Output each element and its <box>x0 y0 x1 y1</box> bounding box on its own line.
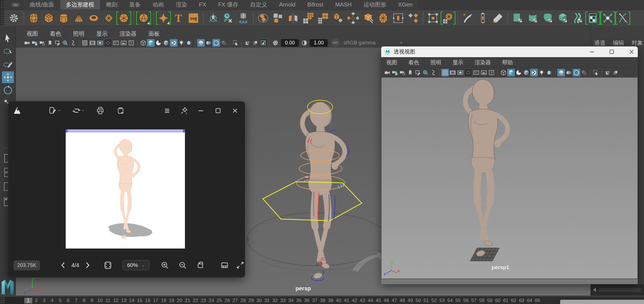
next-image-button[interactable] <box>83 260 92 270</box>
viewport-menu-视图[interactable]: 视图 <box>27 30 38 38</box>
viewer-titlebar[interactable]: ⌄ ⌄ x <box>8 101 245 120</box>
timeline-frame[interactable]: 16 <box>144 298 152 303</box>
maximize-button[interactable] <box>213 106 223 115</box>
timeline-frame[interactable]: 28 <box>239 298 247 303</box>
float-window-titlebar[interactable]: 透视视图 <box>381 46 638 57</box>
fw-light-icon[interactable] <box>538 69 545 76</box>
fw-texcube-icon[interactable] <box>523 69 530 76</box>
shelf-grid2-icon[interactable] <box>317 12 330 25</box>
shelf-cone-icon[interactable] <box>72 12 85 25</box>
shelf-sphere-icon[interactable] <box>27 12 40 25</box>
viewport-menu-照明[interactable]: 照明 <box>73 30 84 38</box>
menu-tab-fx-缓存[interactable]: FX 缓存 <box>212 0 244 10</box>
timeline-frame[interactable]: 9 <box>88 298 96 303</box>
vp-shadow-icon[interactable] <box>185 39 193 47</box>
fw-zoomreg-icon[interactable] <box>422 69 429 76</box>
timeline-frame[interactable]: 6 <box>64 298 72 303</box>
timeline-frame[interactable]: 60 <box>494 298 502 303</box>
move-tool-button[interactable] <box>2 71 14 83</box>
timeline-frame[interactable]: 2 <box>32 298 40 303</box>
fit-to-window-button[interactable] <box>103 260 113 270</box>
shelf-lattice-icon[interactable] <box>427 12 440 25</box>
timeline-frame[interactable]: 55 <box>454 298 462 303</box>
vp-hook-icon[interactable] <box>69 39 77 47</box>
timeline-frame[interactable]: 5 <box>56 298 64 303</box>
shelf-cube-icon[interactable] <box>42 12 55 25</box>
fw-bookmark-icon[interactable] <box>406 69 414 76</box>
timeline-frame[interactable]: 47 <box>390 298 398 303</box>
shelf-uvplanar-icon[interactable] <box>511 12 524 25</box>
shelf-platonic-icon[interactable] <box>137 12 150 25</box>
timeline-frame[interactable]: 35 <box>295 298 303 303</box>
timeline-frame[interactable]: 54 <box>446 298 454 303</box>
viewport-menu-面板[interactable]: 面板 <box>148 30 160 38</box>
timeline-frame[interactable]: 48 <box>398 298 406 303</box>
timeline-frame[interactable]: 14 <box>128 298 136 303</box>
timeline-frame[interactable]: 33 <box>279 298 287 303</box>
shelf-circularize-icon[interactable] <box>377 12 390 25</box>
fullscreen-button[interactable] <box>236 260 245 270</box>
rotate-tool-button[interactable] <box>2 84 14 96</box>
fw-field-icon[interactable] <box>472 69 480 76</box>
vp-marquee-icon[interactable] <box>232 39 240 47</box>
shelf-star-icon[interactable] <box>157 12 170 25</box>
timeline-range-bar[interactable] <box>560 300 644 304</box>
fw-ovla-icon[interactable] <box>604 69 612 76</box>
menu-tab-mash[interactable]: MASH <box>329 0 358 10</box>
vp-imgedit-icon[interactable] <box>54 39 61 47</box>
print-button[interactable] <box>95 106 105 115</box>
vp-light-icon[interactable] <box>178 39 185 47</box>
vp-camlock-icon[interactable] <box>31 39 39 47</box>
float-menu-显示[interactable]: 显示 <box>453 59 463 66</box>
float-menu-照明[interactable]: 照明 <box>430 59 441 66</box>
shelf-plane-icon[interactable] <box>102 12 115 25</box>
shelf-smoothmesh-icon[interactable] <box>442 12 455 25</box>
timeline-frame[interactable]: 52 <box>430 298 438 303</box>
fw-marquee-icon[interactable] <box>592 69 600 76</box>
fw-wirecube-icon[interactable] <box>500 69 507 76</box>
vp-ovlb-icon[interactable] <box>251 39 259 47</box>
shelf-uvauto-icon[interactable] <box>556 12 569 25</box>
fw-aa-icon[interactable] <box>573 69 580 76</box>
menubar-grip[interactable] <box>0 0 5 10</box>
vp-flat-icon[interactable] <box>155 39 162 47</box>
timeline-frame[interactable]: 31 <box>263 298 271 303</box>
color-management-off-badge[interactable]: OFF <box>331 38 340 47</box>
shelf-diamonds-icon[interactable] <box>407 12 420 25</box>
vp-aa-icon[interactable] <box>212 39 220 47</box>
timeline-frame[interactable]: 37 <box>311 298 319 303</box>
float-menu-视图[interactable]: 视图 <box>386 59 397 66</box>
fw-grid-icon[interactable] <box>441 69 449 76</box>
window-close-button[interactable] <box>625 46 638 57</box>
menu-tab-渲染[interactable]: 渲染 <box>170 0 193 10</box>
shelf-cylinder-icon[interactable] <box>57 12 70 25</box>
unpin-button[interactable]: x <box>179 106 189 115</box>
timeline-frame[interactable]: 64 <box>526 298 534 303</box>
vp-ssao-icon[interactable] <box>197 39 205 47</box>
timeline-frame[interactable]: 32 <box>271 298 279 303</box>
window-maximize-button[interactable] <box>605 46 618 57</box>
menu-tab-曲线-曲面[interactable]: 曲线/曲面 <box>24 0 60 10</box>
shelf-quaddraw-icon[interactable] <box>491 12 504 25</box>
float-menu-渲染器[interactable]: 渲染器 <box>475 59 491 66</box>
fw-mblur-icon[interactable] <box>565 69 573 76</box>
timeline-frame[interactable]: 42 <box>351 298 359 303</box>
paint-select-tool-button[interactable] <box>2 58 14 70</box>
menu-tab-bifrost[interactable]: Bifrost <box>301 0 329 10</box>
timeline-frame[interactable]: 23 <box>199 298 207 303</box>
timeline-frame[interactable]: 13 <box>120 298 128 303</box>
vp-camgear-icon[interactable] <box>39 39 46 47</box>
shelf-disc-icon[interactable] <box>117 12 130 25</box>
shelf-grip[interactable] <box>0 10 5 26</box>
timeline-frame[interactable]: 19 <box>168 298 176 303</box>
timeline-frame[interactable]: 18 <box>160 298 168 303</box>
timeline-frame[interactable]: 46 <box>382 298 390 303</box>
thumbnail-strip-button[interactable] <box>220 260 229 270</box>
timeline-frame[interactable]: 43 <box>359 298 366 303</box>
timeline-frame[interactable]: 59 <box>486 298 494 303</box>
vp-wirecube-icon[interactable] <box>139 39 147 47</box>
horizontal-scrollbar[interactable] <box>591 284 644 296</box>
timeline-frame[interactable]: 41 <box>343 298 351 303</box>
shelf-combine-icon[interactable] <box>257 12 270 25</box>
timeline-frame[interactable]: 63 <box>518 298 526 303</box>
